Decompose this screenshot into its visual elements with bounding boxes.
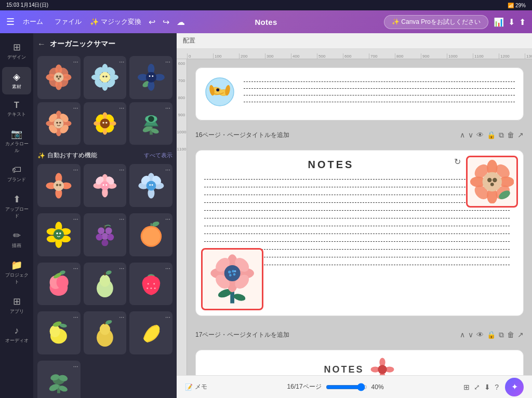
back-btn[interactable]: ← (37, 39, 46, 49)
trash-icon[interactable]: 🗑 (507, 131, 514, 140)
card-refresh-btn[interactable]: ↻ (454, 157, 461, 167)
svg-point-59 (148, 116, 154, 122)
more-dots-f6[interactable]: ··· (165, 265, 170, 272)
redo-btn[interactable]: ↪ (161, 15, 171, 29)
analytics-icon[interactable]: 📊 (494, 17, 504, 27)
fruit-4[interactable]: ··· (37, 263, 81, 306)
prev-page-card[interactable] (195, 67, 524, 120)
more-dots-f4[interactable]: ··· (73, 265, 78, 272)
sidebar-item-project[interactable]: 📁 プロジェクト (2, 255, 31, 290)
svg-point-99 (101, 240, 108, 246)
sidebar-item-app[interactable]: ⊞ アプリ (2, 292, 31, 319)
page17-card[interactable]: NOTES (195, 350, 524, 375)
auto-more-dots-1[interactable]: ··· (73, 166, 78, 173)
more-dots-2[interactable]: ··· (119, 58, 124, 65)
more-dots-f3[interactable]: ··· (165, 215, 170, 223)
more-dots-f7[interactable]: ··· (73, 313, 78, 321)
design-label: デザイン (7, 54, 26, 61)
fruit-5[interactable]: ··· (84, 263, 127, 306)
more-dots-3[interactable]: ··· (165, 58, 170, 65)
auto-flower-3[interactable]: ··· (129, 164, 172, 207)
sidebar-item-text[interactable]: T テキスト (2, 97, 31, 122)
flower-item-2[interactable]: ··· (84, 56, 127, 99)
flower-top-right-decoration[interactable] (466, 156, 518, 208)
magic-circle-btn[interactable]: ✦ (505, 378, 524, 396)
fruit-3[interactable]: ··· (129, 213, 172, 256)
fruit-2[interactable]: ··· (84, 213, 127, 256)
down-icon-17[interactable]: ∨ (468, 331, 473, 339)
eye-icon[interactable]: 👁 (476, 131, 484, 140)
share-icon[interactable]: ⬆ (519, 17, 526, 27)
flower-item-1[interactable]: ··· (37, 56, 81, 99)
down-icon[interactable]: ∨ (468, 131, 473, 140)
export-icon[interactable]: ↗ (517, 131, 524, 140)
fruit-8[interactable]: ··· (84, 311, 127, 354)
canvas-area[interactable]: 0 100 200 300 400 500 600 700 800 900 10… (177, 49, 532, 375)
materials-icon: ◈ (13, 71, 20, 83)
canva-pro-btn[interactable]: ✨ Canva Proをお試しください (384, 15, 488, 29)
eye-icon-17[interactable]: 👁 (476, 331, 484, 339)
ruler-900: 900 (421, 53, 447, 59)
svg-point-54 (105, 122, 108, 124)
more-dots-f9[interactable]: ··· (165, 313, 170, 321)
auto-more-dots-2[interactable]: ··· (119, 166, 124, 173)
lock-icon[interactable]: 🔒 (487, 131, 496, 140)
flower-item-6[interactable]: ··· (129, 102, 172, 145)
plant-1[interactable]: ··· (37, 361, 81, 398)
more-dots-f1[interactable]: ··· (73, 215, 78, 223)
sidebar-item-upload[interactable]: ⬆ アップロード (2, 189, 31, 224)
auto-flower-2[interactable]: ··· (84, 164, 127, 207)
trash-icon-17[interactable]: 🗑 (507, 331, 514, 339)
see-all-btn[interactable]: すべて表示 (144, 152, 172, 159)
help-btn[interactable]: ? (495, 383, 499, 391)
flower-item-5[interactable]: ··· (84, 102, 127, 145)
home-nav[interactable]: ホーム (20, 15, 46, 29)
sidebar-item-camera[interactable]: 📷 カメラロール (2, 124, 31, 158)
memo-btn[interactable]: 📝 メモ (185, 382, 207, 391)
flower-item-4[interactable]: ··· (37, 102, 81, 145)
undo-btn[interactable]: ↩ (147, 15, 157, 29)
notes-page-card[interactable]: ↻ (195, 150, 524, 316)
fruit-9[interactable]: ··· (129, 311, 172, 354)
flower-bottom-left-decoration[interactable] (201, 248, 263, 310)
sidebar-item-materials[interactable]: ◈ 素材 (2, 67, 31, 94)
copy-icon-17[interactable]: ⧉ (499, 331, 504, 339)
more-dots-6[interactable]: ··· (165, 104, 170, 112)
fruit-6[interactable]: ··· (129, 263, 172, 306)
sidebar-item-design[interactable]: ⊞ デザイン (2, 37, 31, 65)
menu-icon[interactable]: ☰ (6, 16, 15, 28)
up-icon-17[interactable]: ∧ (460, 331, 465, 339)
download-icon[interactable]: ⬇ (508, 17, 515, 27)
right-area: 配置 0 100 200 300 400 500 600 700 800 900… (177, 33, 532, 398)
more-dots-4[interactable]: ··· (73, 104, 78, 112)
more-dots-f5[interactable]: ··· (119, 265, 124, 272)
sidebar-item-brand[interactable]: 🏷 ブランド (2, 160, 31, 187)
file-nav[interactable]: ファイル (51, 15, 85, 29)
fruit-1[interactable]: ··· (37, 213, 81, 256)
download-btn[interactable]: ⬇ (484, 383, 490, 391)
sidebar-item-draw[interactable]: ✏ 描画 (2, 226, 31, 253)
auto-more-dots-3[interactable]: ··· (165, 166, 170, 173)
more-dots-f2[interactable]: ··· (119, 215, 124, 223)
page-slider[interactable] (326, 383, 367, 391)
more-dots-f8[interactable]: ··· (119, 313, 124, 321)
more-dots-1[interactable]: ··· (73, 58, 78, 65)
lock-icon-17[interactable]: 🔒 (487, 331, 496, 339)
fullscreen-btn[interactable]: ⤢ (474, 383, 480, 391)
svg-point-75 (105, 184, 107, 186)
auto-flower-1[interactable]: ··· (37, 164, 81, 207)
app-label: アプリ (10, 308, 24, 315)
copy-icon[interactable]: ⧉ (499, 131, 504, 140)
export-icon-17[interactable]: ↗ (517, 331, 524, 339)
fruit-7[interactable]: ··· (37, 311, 81, 354)
magic-btn[interactable]: ✨ マジック変換 (90, 17, 141, 26)
audio-label: オーディオ (5, 337, 29, 344)
grid-view-btn[interactable]: ⊞ (463, 383, 470, 391)
cloud-icon[interactable]: ☁ (177, 17, 185, 27)
flower-item-3[interactable]: ··· (129, 56, 172, 99)
more-dots-5[interactable]: ··· (119, 104, 124, 112)
sidebar-item-audio[interactable]: ♪ オーディオ (2, 321, 31, 348)
camera-icon: 📷 (11, 128, 22, 140)
more-dots-p1[interactable]: ··· (73, 363, 78, 370)
up-icon[interactable]: ∧ (460, 131, 465, 140)
